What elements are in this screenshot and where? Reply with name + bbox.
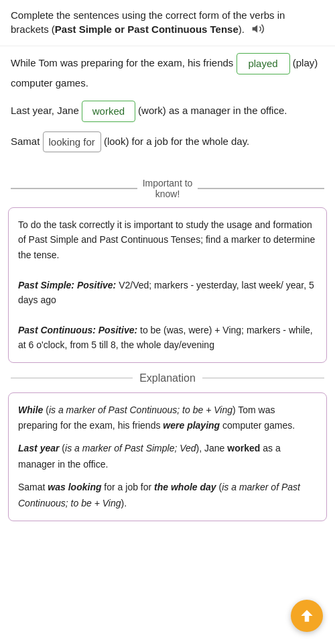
sentence-1-before: While Tom was preparing for the exam, hi… bbox=[11, 57, 233, 68]
past-simple-header: Past Simple: Positive: bbox=[18, 280, 116, 290]
answer-box-2[interactable]: worked bbox=[82, 101, 135, 122]
important-divider: Important to know! bbox=[11, 178, 324, 199]
explanation-paragraph-2: Last year (is a marker of Past Simple; V… bbox=[18, 441, 317, 473]
sentence-3-before: Samat bbox=[11, 135, 40, 146]
divider-line-right bbox=[198, 188, 324, 189]
past-continuous-header: Past Continuous: Positive: bbox=[18, 325, 137, 335]
sentence-3-after: (look) for a job for the whole day. bbox=[104, 135, 249, 146]
answer-box-3[interactable]: looking for bbox=[43, 131, 101, 153]
sentence-2-after: (work) as a manager in the office. bbox=[138, 105, 287, 116]
speaker-icon[interactable] bbox=[251, 22, 265, 39]
sentence-2-before: Last year, Jane bbox=[11, 105, 79, 116]
explanation-paragraph-3: Samat was looking for a job for the whol… bbox=[18, 480, 317, 512]
sentence-row-3: Samat looking for (look) for a job for t… bbox=[11, 131, 324, 153]
sentence-row-2: Last year, Jane worked (work) as a manag… bbox=[11, 101, 324, 122]
instruction-block: Complete the sentences using the correct… bbox=[0, 0, 335, 46]
instruction-text: Complete the sentences using the correct… bbox=[11, 9, 285, 35]
info-body-text: To do the task correctly it is important… bbox=[18, 219, 315, 260]
svg-marker-0 bbox=[253, 25, 258, 33]
answer-box-1[interactable]: played bbox=[237, 53, 290, 74]
explanation-label: Explanation bbox=[139, 372, 196, 384]
divider-line-left bbox=[11, 188, 137, 189]
explanation-divider: Explanation bbox=[11, 372, 324, 384]
explanation-divider-line-right bbox=[202, 378, 324, 379]
sentences-section: While Tom was preparing for the exam, hi… bbox=[0, 46, 335, 166]
sentence-row-1: While Tom was preparing for the exam, hi… bbox=[11, 53, 324, 91]
explanation-paragraph-1: While (is a marker of Past Continuous; t… bbox=[18, 402, 317, 435]
explanation-divider-line-left bbox=[11, 378, 133, 379]
important-label: Important to know! bbox=[143, 178, 193, 199]
info-box: To do the task correctly it is important… bbox=[8, 207, 327, 363]
explanation-box: While (is a marker of Past Continuous; t… bbox=[8, 392, 327, 522]
fab-up-button[interactable] bbox=[291, 600, 323, 632]
